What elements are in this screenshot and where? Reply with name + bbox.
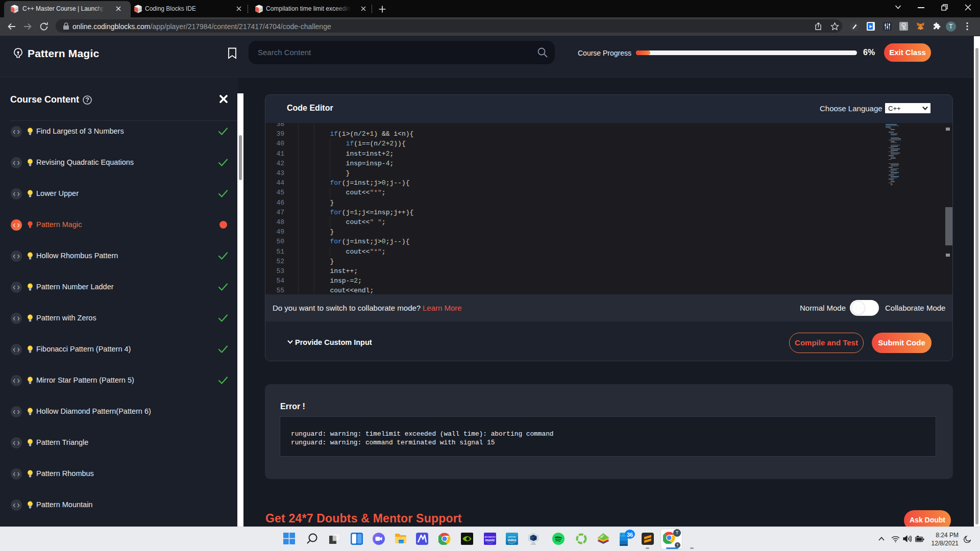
svg-text:?: ? <box>85 96 89 104</box>
svg-text:music: music <box>485 538 495 542</box>
svg-text:video: video <box>508 538 517 542</box>
